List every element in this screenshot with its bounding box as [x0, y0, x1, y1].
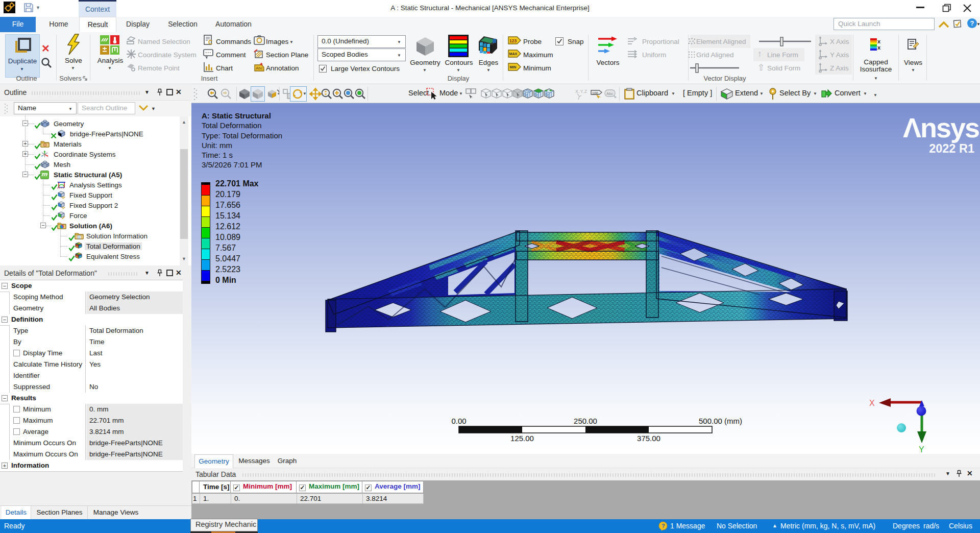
svg-text:X: X: [869, 399, 875, 407]
svg-text:C: C: [208, 39, 213, 46]
svg-text:500.00 (mm): 500.00 (mm): [699, 417, 742, 425]
svg-text:125.00: 125.00: [510, 434, 534, 443]
svg-text:?: ?: [662, 523, 665, 529]
svg-text:250.00: 250.00: [574, 417, 597, 425]
svg-text:100: 100: [592, 91, 598, 95]
svg-text:x: x: [877, 38, 881, 44]
svg-text:375.00: 375.00: [637, 434, 660, 443]
svg-text:MIN: MIN: [509, 65, 516, 69]
svg-text:Abc: Abc: [256, 66, 263, 70]
svg-text:Abc: Abc: [606, 91, 613, 96]
svg-text:x: x: [877, 44, 881, 51]
svg-text:0.00: 0.00: [451, 417, 466, 425]
svg-text:123: 123: [509, 38, 517, 43]
svg-text:MAX: MAX: [509, 52, 518, 56]
svg-text:i: i: [79, 235, 80, 239]
svg-text:Y: Y: [919, 445, 924, 454]
